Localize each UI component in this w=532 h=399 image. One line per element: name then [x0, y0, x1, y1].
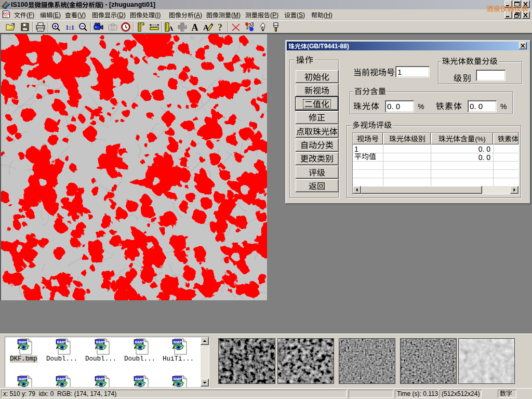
svg-text:A: A	[168, 24, 174, 32]
svg-text:?: ?	[218, 22, 222, 32]
svg-text:1:1: 1:1	[65, 23, 74, 31]
svg-text:3: 3	[251, 22, 254, 28]
svg-text:DOC: DOC	[3, 12, 10, 15]
svg-text:A: A	[192, 22, 198, 32]
